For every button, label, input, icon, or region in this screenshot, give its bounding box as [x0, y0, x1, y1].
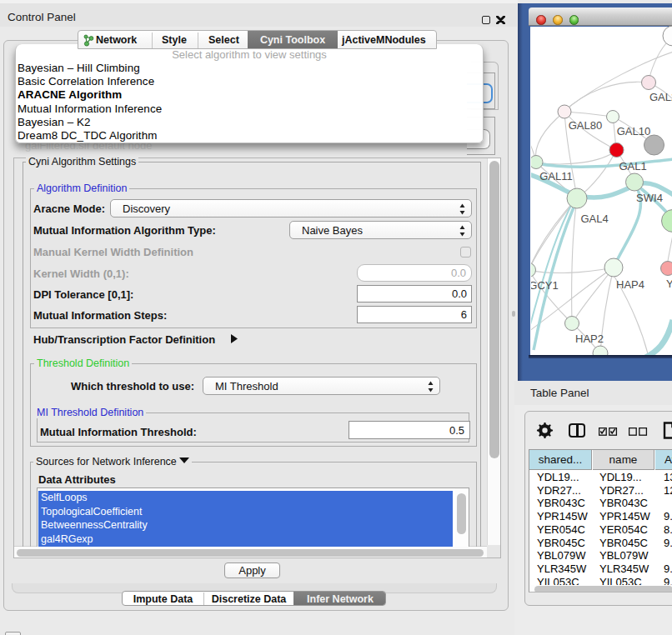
svg-text:GAL2: GAL2 [649, 91, 672, 103]
svg-text:HAP2: HAP2 [575, 332, 604, 345]
svg-text:SWI4: SWI4 [636, 192, 663, 204]
svg-text:GCY1: GCY1 [531, 279, 559, 292]
svg-text:GAL11: GAL11 [539, 170, 573, 182]
svg-text:GAL10: GAL10 [617, 125, 650, 138]
svg-text:GAL80: GAL80 [569, 119, 602, 132]
svg-text:GAL1: GAL1 [619, 160, 646, 172]
svg-text:GAL4: GAL4 [580, 212, 608, 225]
svg-text:YD: YD [666, 278, 672, 290]
svg-text:HAP4: HAP4 [616, 278, 644, 291]
